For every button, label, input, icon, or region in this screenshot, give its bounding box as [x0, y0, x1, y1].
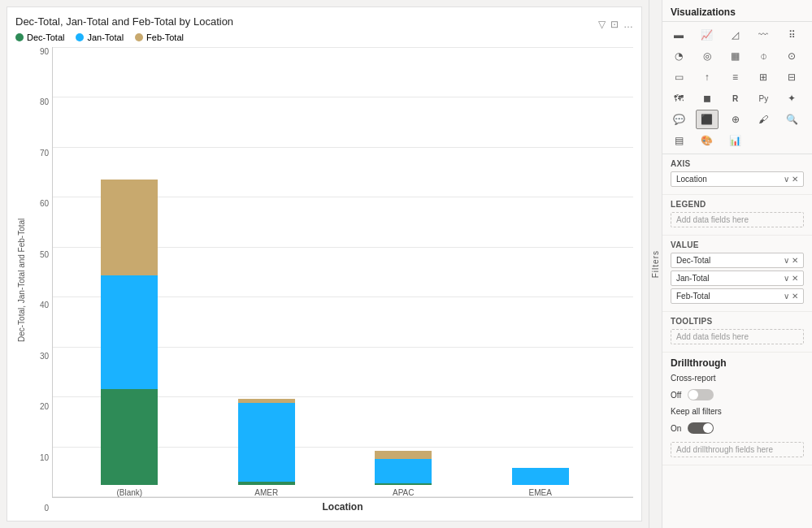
legend-label-jan: Jan-Total [87, 32, 124, 42]
legend-dot-feb [135, 33, 143, 41]
viz-icon-gauge[interactable]: ⊙ [780, 46, 803, 66]
viz-icon-map[interactable]: 🗺 [667, 89, 690, 108]
viz-icon-treemap[interactable]: ▦ [724, 46, 747, 66]
tooltips-section-title: Tooltips [671, 317, 804, 326]
chart-legend: Dec-TotalJan-TotalFeb-Total [15, 32, 633, 42]
field-remove-icon[interactable]: ✕ [792, 256, 798, 265]
value-field-label: Dec-Total [676, 256, 710, 265]
legend-label-feb: Feb-Total [146, 32, 184, 42]
bars-group: (Blank)AMERAPACEMEA [53, 47, 617, 497]
viz-icon-analytics[interactable]: 🔍 [780, 110, 803, 129]
viz-icon-table[interactable]: ⊞ [752, 67, 775, 87]
viz-icons-row1: ▬ 📈 ◿ 〰 ⠿ ◔ ◎ ▦ ⌽ ⊙ ▭ ↑ ≡ ⊞ ⊟ 🗺 ◼ R Py ✦… [662, 22, 812, 154]
viz-icon-format[interactable]: 🖌 [752, 110, 775, 129]
axis-field-icons: ∨ ✕ [784, 175, 798, 184]
y-tick: 60 [40, 199, 49, 208]
field-sort-icon[interactable]: ∨ [784, 274, 789, 283]
legend-item-dec: Dec-Total [15, 32, 64, 42]
y-tick: 50 [40, 250, 49, 259]
y-tick: 40 [40, 301, 49, 309]
bar-segment-feb[interactable] [375, 451, 432, 460]
y-tick: 80 [40, 97, 49, 106]
axis-remove-icon[interactable]: ✕ [792, 175, 798, 184]
field-sort-icon[interactable]: ∨ [784, 292, 789, 301]
field-remove-icon[interactable]: ✕ [792, 292, 798, 301]
viz-icon-bar[interactable]: ▬ [667, 25, 690, 45]
viz-icon-funnel[interactable]: ⌽ [752, 46, 775, 66]
keep-filters-label: Keep all filters [671, 407, 722, 416]
viz-icon-r-visual[interactable]: R [724, 89, 747, 108]
viz-icon-donut[interactable]: ◎ [696, 46, 719, 66]
viz-icon-qa[interactable]: 💬 [667, 110, 690, 129]
bar-x-label: AMER [254, 488, 278, 497]
more-icon[interactable]: … [623, 19, 633, 30]
y-tick: 0 [44, 504, 49, 513]
bar-segment-dec[interactable] [375, 483, 432, 485]
value-field-label: Jan-Total [676, 274, 710, 283]
viz-icon-area[interactable]: ◿ [724, 25, 747, 45]
viz-panel-header: Visualizations [662, 0, 812, 22]
tooltips-section: Tooltips Add data fields here [662, 312, 812, 353]
focus-icon[interactable]: ⊡ [610, 19, 619, 30]
bar-x-label: APAC [393, 488, 415, 497]
filters-label: Filters [651, 250, 660, 278]
field-sort-icon[interactable]: ∨ [784, 256, 789, 265]
viz-icon-kpi[interactable]: ↑ [696, 67, 719, 87]
drillthrough-title: Drillthrough [662, 353, 812, 370]
bar-segment-feb[interactable] [101, 180, 158, 275]
keep-filters-knob [703, 423, 713, 433]
x-axis-title: Location [52, 501, 633, 513]
viz-icon-slicer[interactable]: ≡ [724, 67, 747, 87]
viz-icon-stacked-bar[interactable]: ⬛ [696, 110, 719, 129]
viz-icon-py-visual[interactable]: Py [752, 89, 775, 108]
bar-segment-dec[interactable] [238, 482, 295, 485]
viz-icon-analytics2[interactable]: 📊 [724, 131, 747, 150]
legend-dot-jan [76, 33, 84, 41]
bar-segment-jan[interactable] [101, 275, 158, 388]
viz-icon-scatter[interactable]: ⠿ [780, 25, 803, 45]
value-section-title: Value [671, 240, 804, 249]
value-field-dectotal[interactable]: Dec-Total∨✕ [671, 253, 804, 268]
keep-filters-toggle-row: On [662, 419, 812, 437]
bar-x-label: EMEA [529, 488, 552, 497]
field-remove-icon[interactable]: ✕ [792, 274, 798, 283]
viz-icon-decomp[interactable]: ⊕ [724, 110, 747, 129]
viz-icon-line[interactable]: 📈 [696, 25, 719, 45]
y-ticks: 9080706050403020100 [28, 47, 52, 513]
viz-icon-pie[interactable]: ◔ [667, 46, 690, 66]
cross-report-state: Off [671, 391, 681, 400]
tooltips-field-empty[interactable]: Add data fields here [671, 329, 804, 344]
bar-segment-jan[interactable] [375, 459, 432, 483]
axis-sort-icon[interactable]: ∨ [784, 175, 789, 184]
keep-filters-toggle[interactable] [688, 422, 714, 434]
keep-filters-row: Keep all filters [662, 404, 812, 419]
legend-field-empty[interactable]: Add data fields here [671, 212, 804, 227]
chart-inner: (Blank)AMERAPACEMEA Location [52, 47, 633, 513]
cross-report-label: Cross-report [671, 374, 716, 383]
value-field-icons: ∨✕ [784, 292, 798, 301]
viz-icon-ribbon[interactable]: 〰 [752, 25, 775, 45]
viz-icon-paintbrush[interactable]: 🎨 [696, 131, 719, 150]
viz-icon-custom[interactable]: ✦ [780, 89, 803, 108]
value-field-jantotal[interactable]: Jan-Total∨✕ [671, 270, 804, 286]
bar-stack [101, 180, 158, 485]
bar-segment-jan[interactable] [238, 403, 295, 482]
viz-icon-matrix[interactable]: ⊟ [780, 67, 803, 87]
chart-plot-area: (Blank)AMERAPACEMEA [52, 47, 633, 498]
cross-report-toggle[interactable] [688, 389, 714, 400]
viz-icon-card[interactable]: ▭ [667, 67, 690, 87]
bar-segment-jan[interactable] [512, 468, 569, 485]
legend-item-jan: Jan-Total [76, 32, 124, 42]
drillthrough-add-field[interactable]: Add drillthrough fields here [671, 442, 804, 457]
bar-segment-dec[interactable] [101, 389, 158, 485]
filter-icon[interactable]: ▽ [598, 19, 606, 30]
viz-icon-table2[interactable]: ▤ [667, 131, 690, 150]
axis-field[interactable]: Location ∨ ✕ [671, 171, 804, 187]
filters-panel: Filters [649, 0, 662, 528]
value-field-febtotal[interactable]: Feb-Total∨✕ [671, 288, 804, 304]
y-tick: 10 [40, 453, 49, 462]
drillthrough-fields-section: Add drillthrough fields here [662, 437, 812, 465]
value-field-label: Feb-Total [676, 292, 710, 301]
chart-area: Dec-Total, Jan-Total and Feb-Total by Lo… [7, 6, 642, 522]
viz-icon-filled-map[interactable]: ◼ [696, 89, 719, 108]
